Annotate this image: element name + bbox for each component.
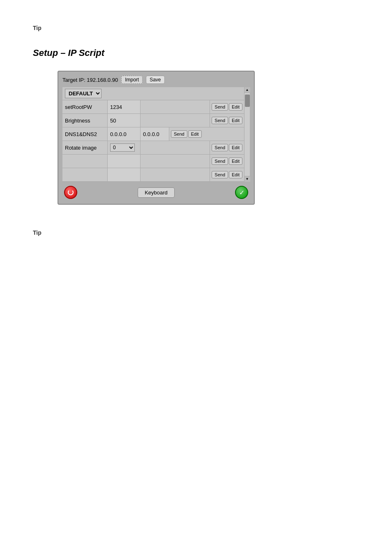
send-button[interactable]: Send bbox=[212, 117, 228, 124]
table-wrapper: ▲ ▼ DEFAULT setRootPW 1234 Send bbox=[62, 87, 250, 182]
rotate-dropdown[interactable]: 0 90 180 270 bbox=[110, 143, 135, 152]
send-button[interactable]: Send bbox=[212, 157, 228, 165]
table-row: Brightness 50 Send Edit bbox=[62, 114, 244, 127]
import-button[interactable]: Import bbox=[121, 76, 143, 84]
edit-button[interactable]: Edit bbox=[229, 157, 242, 165]
default-dropdown[interactable]: DEFAULT bbox=[65, 89, 101, 98]
row-value1 bbox=[108, 155, 141, 168]
row-spacer bbox=[141, 114, 210, 127]
green-check-icon[interactable]: ✓ bbox=[235, 186, 248, 199]
page: Tip Setup – IP Script Target IP: 192.168… bbox=[0, 0, 392, 557]
scrollbar-down-arrow[interactable]: ▼ bbox=[244, 176, 250, 182]
send-button[interactable]: Send bbox=[212, 144, 228, 151]
send-button[interactable]: Send bbox=[212, 103, 228, 111]
edit-button[interactable]: Edit bbox=[229, 144, 242, 151]
scrollbar[interactable]: ▲ ▼ bbox=[244, 87, 250, 182]
row-actions: Send Edit bbox=[210, 142, 244, 153]
scrollbar-up-arrow[interactable]: ▲ bbox=[244, 87, 250, 93]
ip-script-dialog: Target IP: 192.168.0.90 Import Save ▲ ▼ … bbox=[58, 71, 255, 205]
row-spacer bbox=[141, 141, 210, 154]
dropdown-row: DEFAULT bbox=[62, 87, 244, 100]
row-actions: Send Edit bbox=[210, 169, 244, 180]
row-spacer bbox=[141, 155, 210, 168]
row-label bbox=[62, 155, 108, 168]
row-actions: Send Edit bbox=[210, 102, 244, 112]
row-actions: Send Edit bbox=[210, 115, 244, 126]
send-button[interactable]: Send bbox=[171, 130, 187, 138]
row-value1: 1234 bbox=[108, 100, 141, 113]
row-spacer bbox=[141, 168, 210, 181]
tip-top-label: Tip bbox=[33, 25, 359, 31]
row-label bbox=[62, 168, 108, 181]
red-circle-icon[interactable] bbox=[64, 186, 77, 199]
tip-bottom-label: Tip bbox=[33, 229, 359, 236]
edit-button[interactable]: Edit bbox=[229, 171, 242, 178]
row-value1 bbox=[108, 168, 141, 181]
table-row: DNS1&DNS2 0.0.0.0 0.0.0.0 Send Edit bbox=[62, 127, 244, 141]
row-label: Brightness bbox=[62, 114, 108, 127]
row-dropdown-cell: 0 90 180 270 bbox=[108, 141, 141, 154]
table-row: setRootPW 1234 Send Edit bbox=[62, 100, 244, 114]
row-value2: 0.0.0.0 bbox=[141, 127, 169, 141]
edit-button[interactable]: Edit bbox=[188, 130, 202, 138]
table-row: Rotate image 0 90 180 270 Send Edit bbox=[62, 141, 244, 155]
row-value1: 50 bbox=[108, 114, 141, 127]
section-title: Setup – IP Script bbox=[33, 48, 359, 58]
table-row: Send Edit bbox=[62, 155, 244, 168]
row-spacer bbox=[141, 100, 210, 113]
row-label: setRootPW bbox=[62, 100, 108, 113]
edit-button[interactable]: Edit bbox=[229, 117, 242, 124]
row-value1: 0.0.0.0 bbox=[108, 127, 141, 141]
target-ip-label: Target IP: 192.168.0.90 bbox=[62, 77, 118, 83]
scrollbar-thumb[interactable] bbox=[245, 95, 250, 107]
table-row-partial: Send Edit bbox=[62, 168, 244, 182]
keyboard-button[interactable]: Keyboard bbox=[138, 187, 175, 198]
table-inner: DEFAULT setRootPW 1234 Send Edit Brightn… bbox=[62, 87, 244, 182]
row-label: DNS1&DNS2 bbox=[62, 127, 108, 141]
dialog-header: Target IP: 192.168.0.90 Import Save bbox=[62, 76, 250, 84]
row-actions: Send Edit bbox=[210, 156, 244, 166]
send-button[interactable]: Send bbox=[212, 171, 228, 178]
row-label: Rotate image bbox=[62, 141, 108, 154]
dialog-footer: Keyboard ✓ bbox=[62, 185, 250, 200]
row-actions: Send Edit bbox=[169, 129, 203, 139]
save-button[interactable]: Save bbox=[146, 76, 164, 84]
edit-button[interactable]: Edit bbox=[229, 103, 242, 111]
